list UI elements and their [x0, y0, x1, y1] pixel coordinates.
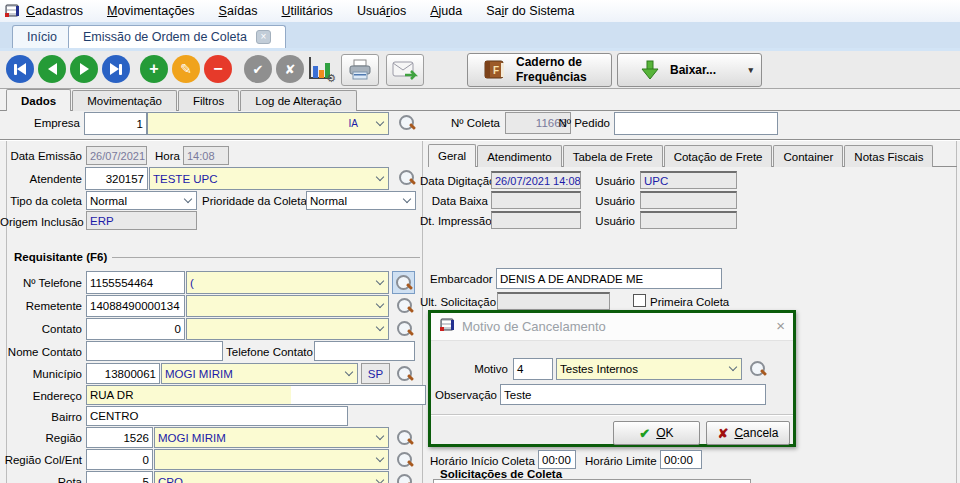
separator-highlight: [0, 140, 960, 141]
telefone-field[interactable]: 1155554464: [86, 271, 185, 294]
telefone-combo[interactable]: (: [186, 271, 389, 294]
tab-tabela-frete[interactable]: Tabela de Frete: [563, 145, 663, 167]
chevron-down-icon: [376, 431, 384, 439]
rota-code-field[interactable]: 5: [86, 471, 153, 483]
chevron-down-icon: [184, 194, 192, 202]
tab-notas-fiscais-label: Notas Fiscais: [854, 151, 923, 163]
tab-atendimento[interactable]: Atendimento: [477, 145, 562, 167]
tab-dados[interactable]: Dados: [6, 89, 71, 111]
right-panel-border: [956, 141, 957, 483]
pedido-label: Nº Pedido: [556, 117, 610, 129]
atendente-combo[interactable]: TESTE UPC: [149, 167, 389, 190]
horario-inicio-field[interactable]: 00:00: [538, 450, 576, 469]
book-icon: F: [482, 58, 508, 82]
tab-container[interactable]: Container: [773, 145, 843, 167]
next-record-button[interactable]: [70, 55, 98, 83]
observacao-field[interactable]: Teste: [500, 384, 766, 405]
pedido-field[interactable]: [614, 112, 778, 135]
dialog-title-bar[interactable]: Motivo de Cancelamento ×: [431, 313, 793, 341]
ok-button[interactable]: ✔ OK: [613, 421, 700, 445]
atendente-search-icon[interactable]: [398, 169, 416, 187]
empresa-search-icon[interactable]: [398, 114, 416, 132]
requisitante-group-line: [112, 257, 420, 258]
prioridade-combo[interactable]: Normal: [306, 191, 416, 210]
first-arrow-icon: [17, 63, 26, 75]
uf-field: SP: [361, 363, 390, 384]
motivo-combo[interactable]: Testes Internos: [556, 358, 742, 380]
menu-movimentacoes[interactable]: Movimentações: [107, 4, 195, 18]
menu-sair[interactable]: Sair do Sistema: [486, 4, 574, 18]
municipio-code-field[interactable]: 13800061: [86, 363, 160, 384]
tab-movimentacao[interactable]: Movimentação: [72, 90, 177, 111]
menu-cadastros[interactable]: Cadastros: [26, 4, 83, 18]
baixar-button[interactable]: Baixar... ▾: [617, 53, 762, 87]
add-record-button[interactable]: +: [140, 55, 168, 83]
window-tab-strip: Início Emissão de Ordem de Coleta ×: [0, 22, 960, 48]
rota-search-icon[interactable]: [396, 473, 414, 483]
regiao-search-icon[interactable]: [396, 429, 414, 447]
telefone-search-icon[interactable]: [395, 274, 413, 292]
tab-geral[interactable]: Geral: [428, 144, 476, 167]
horario-limite-field[interactable]: 00:00: [660, 450, 702, 469]
tab-movimentacao-label: Movimentação: [87, 95, 162, 107]
confirm-button[interactable]: ✔: [244, 55, 272, 83]
contato-label: Contato: [2, 323, 82, 335]
empresa-code-field[interactable]: 1: [84, 112, 147, 135]
embarcador-field[interactable]: DENIS A DE ANDRADE ME: [496, 268, 722, 289]
regiao-colent-code-field[interactable]: 0: [86, 449, 153, 470]
municipio-search-icon[interactable]: [396, 365, 414, 383]
telefone-contato-field[interactable]: [314, 341, 415, 361]
bairro-field[interactable]: CENTRO: [86, 406, 348, 426]
remetente-combo[interactable]: [186, 295, 389, 317]
first-record-button[interactable]: [6, 55, 34, 83]
tab-filtros[interactable]: Filtros: [178, 90, 239, 111]
tab-cotacao-frete[interactable]: Cotação de Frete: [664, 145, 773, 167]
cancel-button[interactable]: ✘: [276, 55, 304, 83]
regiao-code-field[interactable]: 1526: [86, 427, 153, 448]
telefone-contato-label: Telefone Contato: [226, 346, 312, 358]
contato-field[interactable]: 0: [86, 318, 185, 340]
motivo-code-field[interactable]: 4: [513, 358, 553, 380]
send-mail-button[interactable]: [386, 54, 424, 86]
dialog-close-icon[interactable]: ×: [776, 317, 785, 335]
contato-search-icon[interactable]: [396, 320, 414, 338]
regiao-colent-combo[interactable]: [154, 449, 389, 470]
endereco-field[interactable]: RUA DR: [86, 385, 426, 405]
chart-tool-button[interactable]: ⚙: [306, 55, 336, 85]
menu-ajuda[interactable]: Ajuda: [430, 4, 462, 18]
menu-saidas[interactable]: Saídas: [219, 4, 258, 18]
tab-emissao-ordem-coleta[interactable]: Emissão de Ordem de Coleta ×: [68, 25, 286, 48]
ult-solicitacao-field: [497, 292, 610, 310]
motivo-search-icon[interactable]: [749, 360, 767, 378]
cancela-button[interactable]: ✘ Cancela: [706, 421, 790, 445]
remetente-search-icon[interactable]: [396, 297, 414, 315]
atendente-code-field[interactable]: 320157: [85, 167, 148, 190]
rota-combo[interactable]: CPQ: [154, 471, 389, 483]
primeira-coleta-checkbox[interactable]: [633, 294, 646, 307]
previous-record-button[interactable]: [38, 55, 66, 83]
check-icon: ✔: [253, 62, 264, 77]
remetente-field[interactable]: 14088490000134: [86, 295, 185, 317]
menu-usuarios[interactable]: Usuários: [357, 4, 406, 18]
tab-tabela-frete-label: Tabela de Frete: [573, 151, 653, 163]
contato-combo[interactable]: [186, 318, 389, 340]
regiao-combo[interactable]: MOGI MIRIM: [154, 427, 389, 448]
regiao-colent-search-icon[interactable]: [396, 451, 414, 469]
menu-utilitarios[interactable]: Utilitários: [281, 4, 332, 18]
tab-inicio[interactable]: Início: [12, 25, 72, 48]
gear-icon: ⚙: [326, 72, 336, 85]
municipio-combo[interactable]: MOGI MIRIM: [161, 363, 358, 384]
empresa-combo[interactable]: IA: [147, 112, 389, 135]
tab-notas-fiscais[interactable]: Notas Fiscais: [844, 145, 933, 167]
edit-record-button[interactable]: ✎: [172, 55, 200, 83]
tab-log-alteracao[interactable]: Log de Alteração: [240, 90, 356, 111]
caderno-frequencias-button[interactable]: F Caderno de Frequências: [467, 53, 612, 87]
usuario1-field: UPC: [640, 171, 737, 189]
svg-text:F: F: [493, 65, 499, 76]
delete-record-button[interactable]: −: [204, 55, 232, 83]
last-record-button[interactable]: [102, 55, 130, 83]
print-button[interactable]: [341, 54, 379, 86]
tipo-coleta-combo[interactable]: Normal: [86, 191, 197, 210]
nome-contato-field[interactable]: [86, 341, 223, 361]
tab-close-icon[interactable]: ×: [256, 30, 271, 44]
